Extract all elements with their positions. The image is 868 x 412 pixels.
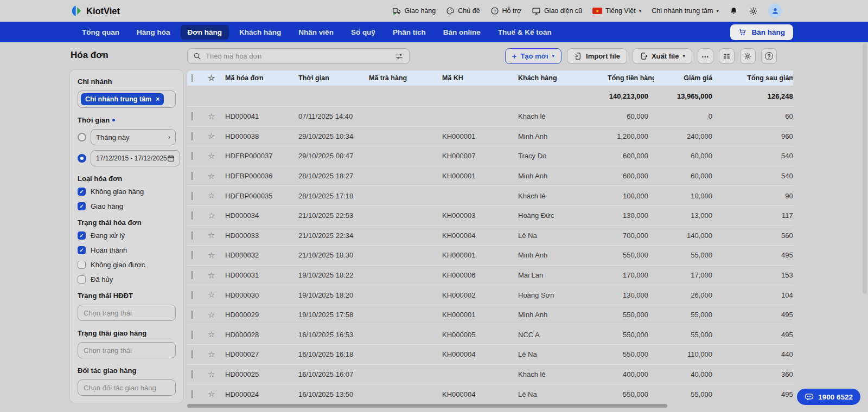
select-all-checkbox[interactable] xyxy=(192,74,193,82)
more-actions-button[interactable]: ⋯ xyxy=(698,48,713,64)
delivery-partner-input[interactable] xyxy=(78,379,176,396)
nav-tab-nh-n-vi-n[interactable]: Nhân viên xyxy=(291,25,341,40)
filter-checkbox-item[interactable]: Đã hủy xyxy=(78,275,176,284)
nav-tab--n-h-ng[interactable]: Đơn hàng xyxy=(181,25,229,40)
nav-tab-thu-k-to-n[interactable]: Thuế & Kế toán xyxy=(491,25,559,40)
row-checkbox[interactable] xyxy=(192,211,193,220)
column-header[interactable]: Giảm giá xyxy=(654,74,718,82)
nav-tab-h-ng-h-a[interactable]: Hàng hóa xyxy=(130,25,177,40)
nav-tab-kh-ch-h-ng[interactable]: Khách hàng xyxy=(232,25,288,40)
table-row[interactable]: ☆HDFBP00003528/10/2025 17:18Khách lẻ100,… xyxy=(187,185,793,205)
table-row[interactable]: ☆HD00002516/10/2025 16:07Khách lẻ400,000… xyxy=(187,364,793,384)
table-row[interactable]: ☆HD00003829/10/2025 10:34KH000001Minh An… xyxy=(187,126,793,146)
table-row[interactable]: ☆HD00003119/10/2025 18:22KH000006Mai Lan… xyxy=(187,265,793,285)
topbar-item-chu-de[interactable]: Chủ đề xyxy=(446,7,480,15)
filter-checkbox[interactable] xyxy=(78,275,86,284)
date-range-picker[interactable]: 17/12/2015 - 17/12/2025 xyxy=(91,150,180,166)
table-row[interactable]: ☆HD00003221/10/2025 18:30KH000001Minh An… xyxy=(187,245,793,265)
sell-button[interactable]: Bán hàng xyxy=(730,24,793,40)
filter-checkbox-item[interactable]: ✓Không giao hàng xyxy=(78,188,176,196)
search-input[interactable] xyxy=(206,52,391,60)
notifications-button[interactable] xyxy=(729,7,738,16)
star-icon[interactable]: ☆ xyxy=(208,152,215,160)
sliders-icon[interactable] xyxy=(395,52,404,61)
nav-tab-s-qu-[interactable]: Sổ quỹ xyxy=(344,25,382,40)
table-row[interactable]: ☆HD00002416/10/2025 13:50KH000004Lê Na55… xyxy=(187,384,793,404)
time-preset-select[interactable]: Tháng này › xyxy=(91,129,176,145)
row-checkbox[interactable] xyxy=(192,231,193,240)
row-checkbox[interactable] xyxy=(192,350,193,358)
table-row[interactable]: ☆HDFBP00003729/10/2025 00:47KH000007Trac… xyxy=(187,146,793,166)
time-preset-radio[interactable] xyxy=(78,133,86,141)
column-header[interactable]: Mã trả hàng xyxy=(363,74,437,82)
filter-checkbox-item[interactable]: Không giao được xyxy=(78,261,176,269)
table-row[interactable]: ☆HD00004107/11/2025 14:40Khách lẻ60,0000… xyxy=(187,106,793,126)
row-checkbox[interactable] xyxy=(192,152,193,160)
row-checkbox[interactable] xyxy=(192,132,193,140)
create-new-button[interactable]: + Tạo mới ▾ xyxy=(505,48,561,64)
user-avatar[interactable] xyxy=(768,4,782,18)
table-row[interactable]: ☆HD00002716/10/2025 16:18KH000004Lê Na55… xyxy=(187,344,793,364)
column-header[interactable]: Tổng tiền hàng xyxy=(602,74,654,82)
nav-tab-ph-n-t-ch[interactable]: Phân tích xyxy=(386,25,433,40)
star-icon[interactable]: ☆ xyxy=(208,74,215,82)
column-header[interactable]: Tổng sau giảm giá xyxy=(718,74,793,82)
settings-button[interactable] xyxy=(749,7,758,16)
table-row[interactable]: ☆HD00002919/10/2025 17:58KH000001Minh An… xyxy=(187,305,793,325)
row-checkbox[interactable] xyxy=(192,311,193,319)
nav-tab-b-n-online[interactable]: Bán online xyxy=(436,25,488,40)
filter-checkbox[interactable]: ✓ xyxy=(78,231,86,240)
nav-tab-t-ng-quan[interactable]: Tổng quan xyxy=(75,25,126,40)
topbar-item-giao-hang[interactable]: Giao hàng xyxy=(392,7,436,16)
help-button[interactable]: ? xyxy=(761,48,777,64)
topbar-item-giao-dien-cu[interactable]: Giao diện cũ xyxy=(532,7,582,16)
table-row[interactable]: ☆HD00002816/10/2025 16:53KH000005NCC A55… xyxy=(187,325,793,345)
delivery-status-input[interactable] xyxy=(78,342,176,358)
remove-tag-icon[interactable]: × xyxy=(156,96,159,102)
export-file-button[interactable]: Xuất file ▾ xyxy=(633,48,692,64)
star-icon[interactable]: ☆ xyxy=(208,390,215,398)
filter-checkbox[interactable]: ✓ xyxy=(78,246,86,254)
filter-checkbox-item[interactable]: ✓Giao hàng xyxy=(78,202,176,210)
filter-checkbox[interactable]: ✓ xyxy=(78,188,86,196)
star-icon[interactable]: ☆ xyxy=(208,311,215,319)
star-icon[interactable]: ☆ xyxy=(208,291,215,299)
row-checkbox[interactable] xyxy=(192,370,193,378)
star-icon[interactable]: ☆ xyxy=(208,211,215,220)
row-checkbox[interactable] xyxy=(192,112,193,120)
topbar-item-ho-tro[interactable]: ? Hỗ trợ xyxy=(490,7,521,15)
filter-checkbox[interactable]: ✓ xyxy=(78,202,86,210)
horizontal-scrollbar[interactable] xyxy=(187,404,667,408)
branch-filter-box[interactable]: Chi nhánh trung tâm × xyxy=(78,91,176,108)
column-header[interactable]: Thời gian xyxy=(293,74,363,82)
star-icon[interactable]: ☆ xyxy=(208,350,215,359)
row-checkbox[interactable] xyxy=(192,251,193,259)
star-icon[interactable]: ☆ xyxy=(208,271,215,280)
import-file-button[interactable]: Import file xyxy=(567,48,627,64)
row-checkbox[interactable] xyxy=(192,172,193,180)
star-icon[interactable]: ☆ xyxy=(208,231,215,240)
column-header[interactable]: Khách hàng xyxy=(513,74,602,82)
filter-checkbox[interactable] xyxy=(78,261,86,269)
star-icon[interactable]: ☆ xyxy=(208,172,215,181)
support-hotline-button[interactable]: 1900 6522 xyxy=(797,389,860,405)
row-checkbox[interactable] xyxy=(192,390,193,398)
einvoice-status-input[interactable] xyxy=(78,305,176,321)
time-range-radio[interactable] xyxy=(78,154,86,163)
row-checkbox[interactable] xyxy=(192,271,193,279)
row-checkbox[interactable] xyxy=(192,331,193,339)
columns-config-button[interactable] xyxy=(719,48,735,64)
table-row[interactable]: ☆HDFBP00003628/10/2025 18:27KH000001Minh… xyxy=(187,166,793,186)
star-icon[interactable]: ☆ xyxy=(208,330,215,339)
star-icon[interactable]: ☆ xyxy=(208,132,215,140)
column-header[interactable]: Mã hóa đơn xyxy=(220,74,293,82)
language-selector[interactable]: ★ Tiếng Việt ▾ xyxy=(592,7,641,15)
star-icon[interactable]: ☆ xyxy=(208,370,215,379)
table-settings-button[interactable] xyxy=(740,48,756,64)
column-header[interactable]: Mã KH xyxy=(437,74,513,82)
branch-selector[interactable]: Chi nhánh trung tâm ▾ xyxy=(652,7,719,15)
filter-checkbox-item[interactable]: ✓Đang xử lý xyxy=(78,231,176,240)
table-row[interactable]: ☆HD00003321/10/2025 22:34KH000004Lê Na70… xyxy=(187,226,793,246)
star-icon[interactable]: ☆ xyxy=(208,251,215,260)
brand[interactable]: KiotViet xyxy=(71,5,120,17)
